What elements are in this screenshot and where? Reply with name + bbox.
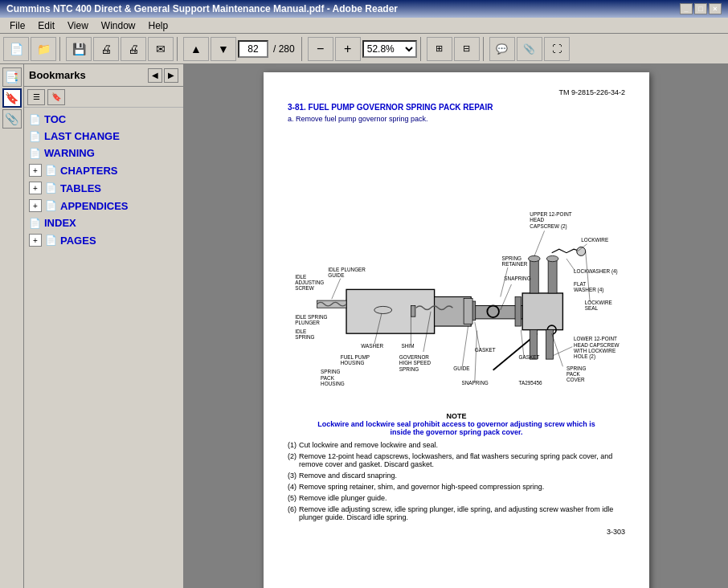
open-button[interactable]: 📁: [31, 37, 56, 61]
maximize-button[interactable]: □: [694, 3, 707, 14]
svg-line-26: [566, 259, 575, 272]
svg-text:SPRING: SPRING: [399, 366, 419, 372]
svg-text:HOUSING: HOUSING: [341, 360, 365, 365]
svg-text:GUIDE: GUIDE: [453, 365, 469, 371]
attachments-icon[interactable]: 📎: [2, 109, 22, 129]
note-title: NOTE: [288, 412, 625, 420]
bookmark-chapters[interactable]: + 📄 CHAPTERS: [26, 161, 182, 179]
minimize-button[interactable]: _: [680, 3, 693, 14]
svg-text:LOCKWASHER (4): LOCKWASHER (4): [574, 268, 618, 275]
menu-help[interactable]: Help: [142, 18, 175, 33]
bookmark-appendices[interactable]: + 📄 APPENDICES: [26, 197, 182, 214]
svg-text:SPRING: SPRING: [295, 334, 314, 340]
pdf-section-title: 3-81. FUEL PUMP GOVERNOR SPRING PACK REP…: [288, 103, 625, 112]
step-5-num: (5): [288, 494, 297, 502]
bookmarks-panel: Bookmarks ◀ ▶ ☰ 🔖 📄 TOC 📄 LAST CHANGE: [24, 64, 185, 588]
sidebar-title: Bookmarks: [29, 69, 86, 81]
next-page-button[interactable]: ▼: [211, 37, 236, 61]
bookmark-last-change-label: LAST CHANGE: [44, 130, 120, 142]
bookmark-new-button[interactable]: 🔖: [47, 89, 65, 105]
svg-point-8: [577, 247, 586, 255]
step-4: (4) Remove spring retainer, shim, and go…: [288, 483, 625, 491]
bookmark-options-button[interactable]: ☰: [27, 89, 45, 105]
svg-text:GOVERNOR: GOVERNOR: [399, 354, 430, 360]
svg-line-78: [475, 322, 480, 350]
save-button[interactable]: 💾: [66, 37, 92, 61]
menu-edit[interactable]: Edit: [31, 18, 61, 33]
pdf-note: NOTE Lockwire and lockwire seal prohibit…: [288, 412, 625, 436]
separator-5: [483, 37, 486, 61]
fullscreen-button[interactable]: ⛶: [544, 37, 570, 61]
pdf-viewer[interactable]: TM 9-2815-226-34-2 3-81. FUEL PUMP GOVER…: [185, 64, 728, 588]
menu-file[interactable]: File: [3, 18, 31, 33]
svg-text:HIGH SPEED: HIGH SPEED: [399, 360, 431, 365]
toolbar: 📄 📁 💾 🖨 🖨 ✉ ▲ ▼ / 280 − + 52.8% 25% 50% …: [0, 34, 728, 64]
bookmarks-icon[interactable]: 🔖: [2, 88, 22, 108]
bookmark-pages[interactable]: + 📄 PAGES: [26, 231, 182, 249]
svg-text:PACK: PACK: [321, 375, 335, 381]
svg-text:PLUNGER: PLUNGER: [295, 320, 320, 325]
expand-appendices-button[interactable]: +: [29, 199, 42, 212]
print-setup-button[interactable]: 🖨: [93, 37, 119, 61]
svg-text:TA295456: TA295456: [519, 380, 542, 386]
svg-line-76: [521, 330, 524, 357]
bookmark-folder-icon-3: 📄: [45, 200, 57, 211]
attach-button[interactable]: 📎: [517, 37, 542, 61]
bookmark-warning-label: WARNING: [44, 147, 95, 159]
print-button[interactable]: 🖨: [121, 37, 146, 61]
svg-text:PACK: PACK: [566, 371, 581, 377]
zoom-select[interactable]: 52.8% 25% 50% 75% 100% 125% 150% 200%: [362, 40, 417, 58]
step-6-num: (6): [288, 505, 297, 513]
menu-view[interactable]: View: [61, 18, 95, 33]
prev-page-button[interactable]: ▲: [183, 37, 209, 61]
fit-page-button[interactable]: ⊞: [427, 37, 452, 61]
svg-rect-12: [515, 297, 521, 327]
sidebar-next-button[interactable]: ▶: [164, 68, 178, 83]
separator-2: [177, 37, 180, 61]
svg-line-60: [462, 326, 468, 366]
svg-text:SPRING: SPRING: [502, 255, 521, 261]
bookmark-last-change[interactable]: 📄 LAST CHANGE: [26, 128, 182, 145]
expand-tables-button[interactable]: +: [29, 182, 42, 194]
sidebar-toggle-icon[interactable]: 📑: [2, 67, 22, 87]
step-4-num: (4): [288, 483, 297, 491]
bookmark-tables[interactable]: + 📄 TABLES: [26, 179, 182, 197]
pdf-page: TM 9-2815-226-34-2 3-81. FUEL PUMP GOVER…: [264, 72, 649, 588]
zoom-out-button[interactable]: −: [308, 37, 333, 61]
close-button[interactable]: ×: [709, 3, 722, 14]
svg-text:WASHER: WASHER: [361, 343, 383, 349]
window-controls: _ □ ×: [680, 3, 722, 14]
svg-text:LOWER 12-POINT: LOWER 12-POINT: [574, 336, 617, 341]
step-3: (3) Remove and discard snapring.: [288, 472, 625, 480]
menu-window[interactable]: Window: [95, 18, 142, 33]
new-button[interactable]: 📄: [3, 37, 29, 61]
svg-text:SPRING: SPRING: [321, 369, 340, 374]
bookmark-folder-icon-4: 📄: [45, 235, 57, 246]
svg-text:WITH LOCKWIRE: WITH LOCKWIRE: [574, 348, 616, 353]
step-6-text: Remove idle adjusting screw, idle spring…: [299, 505, 613, 521]
sidebar-prev-button[interactable]: ◀: [148, 68, 162, 83]
bookmark-warning[interactable]: 📄 WARNING: [26, 145, 182, 161]
svg-text:FLAT: FLAT: [574, 281, 586, 287]
svg-text:LOCKWIRE: LOCKWIRE: [581, 237, 608, 243]
bookmark-index[interactable]: 📄 INDEX: [26, 214, 182, 231]
step-3-num: (3): [288, 472, 297, 480]
left-icons-panel: 📑 🔖 📎: [0, 64, 24, 588]
page-total: / 280: [270, 43, 298, 55]
svg-point-6: [528, 255, 540, 261]
window-title: Cummins NTC 400 Direct & General Support…: [6, 3, 680, 14]
bookmark-toc[interactable]: 📄 TOC: [26, 111, 182, 128]
main-area: 📑 🔖 📎 Bookmarks ◀ ▶ ☰ 🔖 📄 TOC 📄 LA: [0, 64, 728, 588]
svg-text:HOUSING: HOUSING: [321, 381, 345, 386]
zoom-in-button[interactable]: +: [335, 37, 361, 61]
expand-pages-button[interactable]: +: [29, 234, 42, 247]
comment-button[interactable]: 💬: [489, 37, 515, 61]
svg-text:CAPSCREW (2): CAPSCREW (2): [530, 223, 566, 230]
email-button[interactable]: ✉: [148, 37, 174, 61]
expand-chapters-button[interactable]: +: [29, 164, 42, 177]
page-number-input[interactable]: [238, 40, 268, 58]
svg-text:SPRING: SPRING: [566, 365, 586, 371]
fit-width-button[interactable]: ⊟: [454, 37, 480, 61]
bookmark-pages-label: PAGES: [60, 235, 96, 247]
bookmark-page-icon-3: 📄: [29, 148, 41, 159]
